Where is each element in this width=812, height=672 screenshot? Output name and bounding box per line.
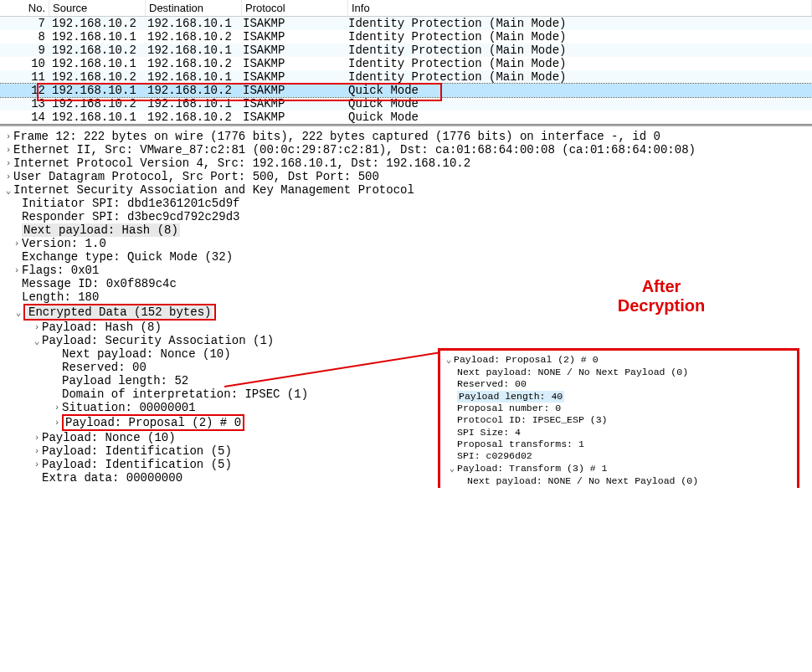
packet-list-header: No. Source Destination Protocol Info xyxy=(0,0,812,17)
dec-field: Next payload: NONE / No Next Payload (0) xyxy=(444,475,794,487)
chevron-right-icon[interactable]: › xyxy=(3,172,13,182)
dec-field: SPI: c0296d02 xyxy=(444,450,794,462)
tree-item-frame[interactable]: ›Frame 12: 222 bytes on wire (1776 bits)… xyxy=(2,130,810,143)
annotation-after-decryption-title: After Decryption xyxy=(578,277,745,315)
packet-details-tree[interactable]: ›Frame 12: 222 bytes on wire (1776 bits)… xyxy=(0,125,812,488)
chevron-right-icon[interactable]: › xyxy=(52,403,62,413)
dec-field: Proposal transforms: 1 xyxy=(444,439,794,450)
table-row-selected[interactable]: 12 192.168.10.1 192.168.10.2 ISAKMP Quic… xyxy=(0,84,812,97)
annotation-decryption-panel: ⌄Payload: Proposal (2) # 0 Next payload:… xyxy=(438,348,799,488)
chevron-right-icon[interactable]: › xyxy=(32,446,42,456)
dec-field: Reserved: 00 xyxy=(444,487,794,488)
chevron-right-icon[interactable]: › xyxy=(3,145,13,155)
tree-item-isakmp[interactable]: ⌄Internet Security Association and Key M… xyxy=(2,183,810,197)
chevron-down-icon: ⌄ xyxy=(447,464,457,475)
chevron-down-icon[interactable]: ⌄ xyxy=(3,307,23,318)
annotation-box-proposal: Payload: Proposal (2) # 0 xyxy=(62,414,244,431)
dec-field: Reserved: 00 xyxy=(444,378,794,390)
col-header-info[interactable]: Info xyxy=(348,0,812,16)
col-header-dest[interactable]: Destination xyxy=(146,0,242,16)
table-row[interactable]: 8 192.168.10.1 192.168.10.2 ISAKMP Ident… xyxy=(0,30,812,44)
cell-no: 7 xyxy=(0,17,49,30)
dec-field: Protocol ID: IPSEC_ESP (3) xyxy=(444,414,794,426)
dec-field: SPI Size: 4 xyxy=(444,427,794,439)
col-header-no[interactable]: No. xyxy=(0,0,49,16)
tree-item-payload-sa[interactable]: ⌄Payload: Security Association (1) xyxy=(2,334,810,347)
chevron-right-icon[interactable]: › xyxy=(32,459,42,469)
col-header-proto[interactable]: Protocol xyxy=(242,0,348,16)
tree-field-flags[interactable]: ›Flags: 0x01 xyxy=(2,264,810,277)
chevron-down-icon: ⌄ xyxy=(444,355,454,367)
chevron-right-icon[interactable]: › xyxy=(12,239,22,249)
packet-list-table[interactable]: No. Source Destination Protocol Info 7 1… xyxy=(0,0,812,125)
cell-info: Identity Protection (Main Mode) xyxy=(345,17,812,30)
cell-proto: ISAKMP xyxy=(239,17,345,30)
tree-item-payload-hash[interactable]: ›Payload: Hash (8) xyxy=(2,321,810,334)
tree-field-version[interactable]: ›Version: 1.0 xyxy=(2,237,810,250)
tree-item-udp[interactable]: ›User Datagram Protocol, Src Port: 500, … xyxy=(2,170,810,183)
tree-item-ethernet[interactable]: ›Ethernet II, Src: VMware_87:c2:81 (00:0… xyxy=(2,143,810,156)
annotation-box-encrypted: Encrypted Data (152 bytes) xyxy=(23,304,216,321)
dec-field: Next payload: NONE / No Next Payload (0) xyxy=(444,367,794,378)
chevron-right-icon[interactable]: › xyxy=(32,322,42,332)
table-row[interactable]: 9 192.168.10.2 192.168.10.1 ISAKMP Ident… xyxy=(0,44,812,57)
tree-field-responder-spi[interactable]: Responder SPI: d3bec9cd792c29d3 xyxy=(2,210,810,223)
dec-field-payload-length: Payload length: 40 xyxy=(444,391,794,403)
annotation-box-row xyxy=(37,83,442,101)
chevron-right-icon[interactable]: › xyxy=(3,131,13,141)
col-header-source[interactable]: Source xyxy=(49,0,146,16)
dec-payload-transform: ⌄Payload: Transform (3) # 1 xyxy=(444,463,794,475)
table-row[interactable]: 10 192.168.10.1 192.168.10.2 ISAKMP Iden… xyxy=(0,57,812,70)
chevron-down-icon[interactable]: ⌄ xyxy=(32,336,42,346)
table-row[interactable]: 7 192.168.10.2 192.168.10.1 ISAKMP Ident… xyxy=(0,17,812,30)
chevron-right-icon[interactable]: › xyxy=(12,265,22,275)
dec-payload-proposal: ⌄Payload: Proposal (2) # 0 xyxy=(444,354,794,367)
chevron-right-icon[interactable]: › xyxy=(3,158,13,168)
chevron-down-icon[interactable]: ⌄ xyxy=(3,185,13,196)
dec-field: Proposal number: 0 xyxy=(444,403,794,414)
table-row[interactable]: 14 192.168.10.1 192.168.10.2 ISAKMP Quic… xyxy=(0,110,812,124)
chevron-right-icon[interactable]: › xyxy=(52,418,62,428)
chevron-right-icon[interactable]: › xyxy=(32,433,42,443)
tree-item-ip[interactable]: ›Internet Protocol Version 4, Src: 192.1… xyxy=(2,156,810,170)
tree-field-initiator-spi[interactable]: Initiator SPI: dbd1e361201c5d9f xyxy=(2,197,810,210)
tree-field-next-payload[interactable]: Next payload: Hash (8) xyxy=(2,223,810,237)
cell-source: 192.168.10.2 xyxy=(49,17,144,30)
table-row[interactable]: 11 192.168.10.2 192.168.10.1 ISAKMP Iden… xyxy=(0,70,812,84)
tree-field-exchange[interactable]: Exchange type: Quick Mode (32) xyxy=(2,250,810,264)
cell-dest: 192.168.10.1 xyxy=(144,17,239,30)
